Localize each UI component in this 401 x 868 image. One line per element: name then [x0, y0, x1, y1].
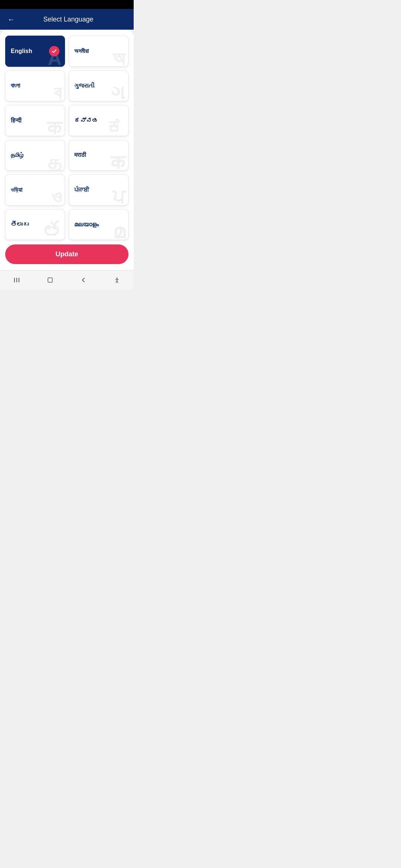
svg-rect-3 — [48, 278, 52, 282]
language-script-bg-malayalam: മ — [113, 222, 125, 240]
back-button[interactable]: ← — [6, 14, 16, 25]
language-script-bg-punjabi: ਪ — [113, 187, 125, 206]
language-script-bg-odia: ও — [51, 187, 62, 206]
svg-line-8 — [117, 281, 118, 283]
language-card-odia[interactable]: ওড়িয়াও — [5, 174, 65, 206]
language-card-assamese[interactable]: অসমীয়াঅ — [69, 36, 128, 67]
page-title: Select Language — [22, 16, 114, 23]
language-name-punjabi: ਪੰਜਾਬੀ — [74, 187, 89, 193]
language-name-assamese: অসমীয়া — [74, 48, 89, 55]
language-card-gujarati[interactable]: ગુજરાતીગ — [69, 70, 128, 102]
status-bar — [0, 0, 134, 9]
home-icon[interactable] — [43, 274, 58, 286]
language-script-bg-hindi: क — [47, 118, 62, 136]
language-card-hindi[interactable]: हिन्दीक — [5, 105, 65, 136]
svg-rect-2 — [19, 278, 19, 282]
language-name-kannada: ಕನ್ನಡ — [74, 117, 98, 124]
language-script-bg-gujarati: ગ — [111, 83, 125, 101]
language-script-bg-tamil: த — [48, 152, 62, 171]
language-grid: EnglishAঅসমীয়াঅবাংলাবગુજરાતીગहिन्दीकಕನ್… — [5, 36, 128, 240]
language-script-bg-kannada: ಕ — [106, 118, 125, 136]
update-button[interactable]: Update — [5, 244, 128, 264]
language-card-kannada[interactable]: ಕನ್ನಡಕ — [69, 105, 128, 136]
language-name-telugu: తెలుగు — [11, 221, 29, 228]
language-card-tamil[interactable]: தமிழ்த — [5, 140, 65, 171]
back-icon[interactable] — [76, 274, 91, 286]
language-name-hindi: हिन्दी — [11, 117, 22, 124]
language-script-bg-bangla: ব — [54, 83, 62, 101]
language-name-odia: ওড়িয়া — [11, 187, 22, 193]
language-script-bg-assamese: অ — [113, 49, 125, 67]
language-name-english: English — [11, 48, 32, 55]
header: ← Select Language — [0, 9, 134, 30]
language-card-telugu[interactable]: తెలుగుత — [5, 209, 65, 240]
svg-rect-1 — [16, 278, 17, 282]
language-script-bg-telugu: త — [42, 222, 62, 240]
content-area: EnglishAঅসমীয়াঅবাংলাবગુજરાતીગहिन्दीकಕನ್… — [0, 30, 134, 270]
language-name-bangla: বাংলা — [11, 82, 20, 89]
language-name-malayalam: മലയാളം — [74, 221, 99, 228]
language-name-tamil: தமிழ் — [11, 152, 23, 158]
selected-check-badge — [49, 46, 59, 56]
svg-rect-0 — [14, 278, 15, 282]
language-card-bangla[interactable]: বাংলাব — [5, 70, 65, 102]
language-card-marathi[interactable]: मराठीक — [69, 140, 128, 171]
language-name-marathi: मराठी — [74, 152, 86, 158]
language-name-gujarati: ગુજરાતી — [74, 82, 95, 89]
language-card-malayalam[interactable]: മലയാളംമ — [69, 209, 128, 240]
navigation-bar — [0, 270, 134, 289]
recent-apps-icon[interactable] — [9, 274, 24, 286]
language-card-english[interactable]: EnglishA — [5, 36, 65, 67]
accessibility-icon[interactable] — [110, 274, 124, 286]
language-card-punjabi[interactable]: ਪੰਜਾਬੀਪ — [69, 174, 128, 206]
language-script-bg-marathi: क — [111, 152, 125, 171]
